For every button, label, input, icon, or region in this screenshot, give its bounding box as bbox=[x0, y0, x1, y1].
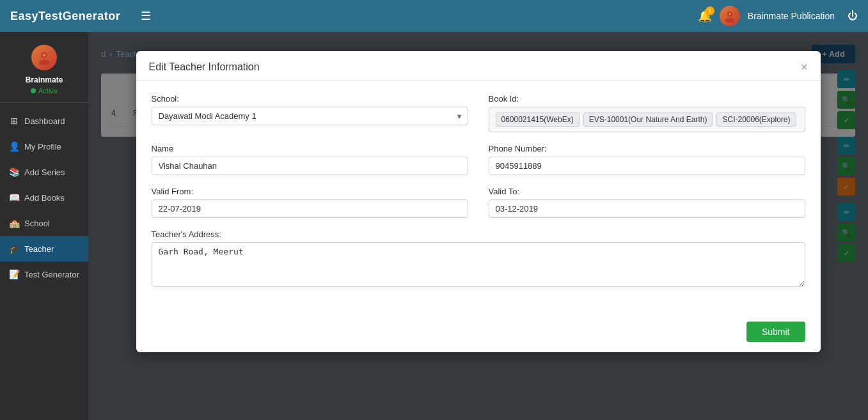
modal-title: Edit Teacher Information bbox=[149, 61, 260, 73]
address-label: Teacher's Address: bbox=[152, 229, 805, 239]
book-tag-0: 0600021415(WebEx) bbox=[496, 113, 580, 127]
sidebar-item-label: Add Books bbox=[24, 193, 65, 203]
sidebar-item-my-profile[interactable]: 👤 My Profile bbox=[0, 134, 88, 159]
svg-point-4 bbox=[43, 54, 46, 57]
sidebar-item-label: Add Series bbox=[24, 167, 65, 177]
sidebar-item-add-books[interactable]: 📖 Add Books bbox=[0, 185, 88, 210]
book-id-group: Book Id: 0600021415(WebEx) EVS-10001(Our… bbox=[489, 94, 805, 132]
valid-from-group: Valid From: bbox=[152, 187, 468, 218]
sidebar-item-dashboard[interactable]: ⊞ Dashboard bbox=[0, 108, 88, 134]
sidebar-nav: ⊞ Dashboard 👤 My Profile 📚 Add Series 📖 … bbox=[0, 108, 88, 287]
sidebar-item-label: Dashboard bbox=[24, 116, 65, 126]
book-tag-1: EVS-10001(Our Nature And Earth) bbox=[583, 113, 713, 127]
svg-point-5 bbox=[39, 60, 50, 65]
phone-label: Phone Number: bbox=[489, 144, 805, 153]
sidebar-username: Brainmate bbox=[26, 75, 63, 84]
address-input[interactable]: Garh Road, Meerut bbox=[152, 242, 805, 287]
sidebar-avatar bbox=[31, 45, 57, 70]
book-id-area: 0600021415(WebEx) EVS-10001(Our Nature A… bbox=[489, 107, 805, 132]
sidebar-item-school[interactable]: 🏫 School bbox=[0, 210, 88, 236]
valid-to-input[interactable] bbox=[489, 199, 805, 218]
edit-teacher-modal: Edit Teacher Information × School: Dayaw… bbox=[136, 51, 821, 352]
school-select[interactable]: Dayawati Modi Academy 1 bbox=[152, 107, 468, 125]
modal-row-4: Teacher's Address: Garh Road, Meerut bbox=[152, 229, 805, 290]
bell-badge: 1 bbox=[706, 6, 714, 15]
sidebar-status: Active bbox=[31, 87, 58, 95]
book-tag-2: SCI-20006(Explore) bbox=[716, 113, 796, 127]
sidebar: Brainmate Active ⊞ Dashboard 👤 My Profil… bbox=[0, 32, 88, 420]
modal-body: School: Dayawati Modi Academy 1 ▼ Book I… bbox=[136, 81, 821, 314]
teacher-icon: 🎓 bbox=[9, 244, 19, 254]
valid-from-label: Valid From: bbox=[152, 187, 468, 196]
phone-input[interactable] bbox=[489, 157, 805, 175]
books-icon: 📖 bbox=[9, 192, 19, 203]
address-group: Teacher's Address: Garh Road, Meerut bbox=[152, 229, 805, 290]
sidebar-item-label: Test Generator bbox=[24, 270, 79, 279]
modal-row-2: Name Phone Number: bbox=[152, 144, 805, 175]
school-icon: 🏫 bbox=[9, 218, 19, 228]
school-group: School: Dayawati Modi Academy 1 ▼ bbox=[152, 94, 468, 132]
status-dot bbox=[31, 88, 36, 93]
modal-row-1: School: Dayawati Modi Academy 1 ▼ Book I… bbox=[152, 94, 805, 132]
power-icon[interactable]: ⏻ bbox=[848, 10, 858, 22]
app-brand: EasyTestGenerator bbox=[10, 10, 120, 23]
modal-header: Edit Teacher Information × bbox=[136, 51, 821, 81]
valid-from-input[interactable] bbox=[152, 199, 468, 218]
sidebar-user-section: Brainmate Active bbox=[0, 38, 88, 103]
school-label: School: bbox=[152, 94, 468, 104]
sidebar-item-label: Teacher bbox=[24, 244, 54, 254]
submit-button[interactable]: Submit bbox=[746, 322, 805, 342]
sidebar-item-label: School bbox=[24, 219, 50, 228]
profile-icon: 👤 bbox=[9, 141, 19, 152]
top-navbar: EasyTestGenerator ☰ 🔔 1 Brainmate Public… bbox=[0, 0, 868, 32]
dashboard-icon: ⊞ bbox=[9, 116, 19, 126]
modal-backdrop: Edit Teacher Information × School: Dayaw… bbox=[88, 32, 868, 420]
valid-to-label: Valid To: bbox=[489, 187, 805, 196]
menu-icon[interactable]: ☰ bbox=[141, 9, 151, 23]
sidebar-item-teacher[interactable]: 🎓 Teacher bbox=[0, 236, 88, 261]
valid-to-group: Valid To: bbox=[489, 187, 805, 218]
phone-group: Phone Number: bbox=[489, 144, 805, 175]
svg-point-1 bbox=[729, 13, 731, 15]
sidebar-item-add-series[interactable]: 📚 Add Series bbox=[0, 159, 88, 185]
sidebar-item-test-generator[interactable]: 📝 Test Generator bbox=[0, 261, 88, 287]
navbar-avatar bbox=[720, 6, 740, 26]
modal-row-3: Valid From: Valid To: bbox=[152, 187, 805, 218]
navbar-username[interactable]: Brainmate Publication bbox=[748, 11, 835, 21]
modal-footer: Submit bbox=[136, 314, 821, 352]
modal-close-button[interactable]: × bbox=[801, 61, 808, 73]
name-label: Name bbox=[152, 144, 468, 153]
testgen-icon: 📝 bbox=[9, 269, 19, 279]
status-text: Active bbox=[38, 87, 58, 95]
book-id-label: Book Id: bbox=[489, 94, 805, 104]
name-group: Name bbox=[152, 144, 468, 175]
school-select-wrapper: Dayawati Modi Academy 1 ▼ bbox=[152, 107, 468, 125]
sidebar-item-label: My Profile bbox=[24, 142, 61, 152]
bell-wrapper: 🔔 1 bbox=[698, 9, 712, 23]
series-icon: 📚 bbox=[9, 167, 19, 177]
name-input[interactable] bbox=[152, 157, 468, 175]
svg-point-2 bbox=[725, 18, 734, 22]
